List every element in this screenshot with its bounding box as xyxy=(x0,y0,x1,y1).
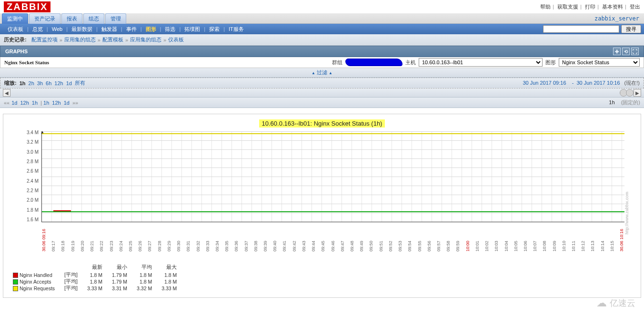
sub-tabs: 仪表板| 总览| Web| 最新数据| 触发器| 事件| 图形| 筛选| 拓墣图… xyxy=(0,24,644,34)
nav-fwd-1d[interactable]: 1d xyxy=(64,100,70,106)
x-tick: 09:19 xyxy=(70,229,75,252)
x-tick: 09:49 xyxy=(359,229,364,252)
x-tick: 09:22 xyxy=(99,229,104,252)
legend-row: Nginx Accepts [平均] 1.8 M1.79 M 1.8 M1.8 … xyxy=(11,278,186,285)
subtab-graphs[interactable]: 图形 xyxy=(142,26,160,33)
x-tick: 09:32 xyxy=(196,229,201,252)
x-tick: 09:21 xyxy=(90,229,94,252)
x-tick: 09:25 xyxy=(128,229,133,252)
print-link[interactable]: 打印 xyxy=(585,4,595,10)
series-requests xyxy=(42,133,624,134)
tab-reports[interactable]: 报表 xyxy=(61,13,82,24)
nav-back-12h[interactable]: 12h xyxy=(20,100,29,106)
group-label: 群组 xyxy=(332,59,342,66)
slider-left-icon[interactable]: ◀ xyxy=(3,89,10,97)
help-link[interactable]: 帮助 xyxy=(540,4,551,10)
subtab-web[interactable]: Web xyxy=(48,26,66,32)
search-button[interactable]: 搜寻 xyxy=(621,25,641,33)
tab-monitoring[interactable]: 监测中 xyxy=(2,13,28,24)
filter-selects: Nginx Socket Status 群组 主机 10.60.0.163--l… xyxy=(0,57,644,68)
zoom-all[interactable]: 所有 xyxy=(75,79,85,87)
fullscreen-icon[interactable]: ⛶ xyxy=(631,48,639,55)
subtab-screens[interactable]: 筛选 xyxy=(161,26,179,33)
x-tick: 09:43 xyxy=(302,229,306,252)
nav-back-1h[interactable]: 1h xyxy=(32,100,38,106)
subtab-dashboard[interactable]: 仪表板 xyxy=(4,26,27,33)
nav-fwd-12h[interactable]: 12h xyxy=(52,100,60,106)
chart-title: 10.60.0.163--lb01: Nginx Socket Status (… xyxy=(259,119,385,128)
zoom-2h[interactable]: 2h xyxy=(29,80,34,86)
x-tick: 09:54 xyxy=(407,229,412,252)
page-title: Nginx Socket Status xyxy=(4,59,49,65)
page-watermark: ☁ 亿速云 xyxy=(596,297,635,304)
tab-administration[interactable]: 管理 xyxy=(105,13,126,24)
subtab-discovery[interactable]: 探索 xyxy=(205,26,223,33)
chart-plot-area[interactable]: 3.4 M3.2 M 3.0 M2.8 M 2.6 M2.4 M 2.2 M2.… xyxy=(41,130,624,230)
x-tick: 09:38 xyxy=(253,229,258,252)
slider-track[interactable] xyxy=(11,89,620,96)
subtab-maps[interactable]: 拓墣图 xyxy=(181,26,204,33)
x-axis: 30.06 09:1609:1709:1809:1909:2009:2109:2… xyxy=(41,229,624,252)
x-tick: 30.06 10:16 xyxy=(619,229,624,252)
tab-inventory[interactable]: 资产记录 xyxy=(29,13,60,24)
subtab-latest[interactable]: 最新数据 xyxy=(68,26,96,33)
x-tick: 09:48 xyxy=(350,229,354,252)
y-axis: 3.4 M3.2 M 3.0 M2.8 M 2.6 M2.4 M 2.2 M2.… xyxy=(18,130,39,222)
x-tick: 09:41 xyxy=(282,229,287,252)
zoom-1d[interactable]: 1d xyxy=(66,80,72,86)
zoom-3h[interactable]: 3h xyxy=(37,80,43,86)
history-link[interactable]: 仪表板 xyxy=(168,36,184,43)
x-tick: 10:09 xyxy=(552,229,557,252)
x-tick: 10:06 xyxy=(523,229,528,252)
subtab-overview[interactable]: 总览 xyxy=(29,26,47,33)
slider-handle-icon[interactable] xyxy=(621,89,634,97)
nav-back-1d[interactable]: 1d xyxy=(11,100,17,106)
section-title: GRAPHS xyxy=(5,49,28,54)
subtab-itservices[interactable]: IT服务 xyxy=(225,26,248,33)
tab-configuration[interactable]: 组态 xyxy=(83,13,104,24)
search-input[interactable] xyxy=(543,25,619,33)
x-tick: 10:02 xyxy=(484,229,489,252)
nav-step-bar: «« 1d 12h 1h | 1h 12h 1d »» 1h (固定的) xyxy=(0,98,644,108)
x-tick: 09:26 xyxy=(138,229,142,252)
x-tick: 09:44 xyxy=(311,229,316,252)
x-tick: 09:24 xyxy=(119,229,123,252)
zoom-12h[interactable]: 12h xyxy=(54,80,63,86)
filter-toggle[interactable]: ▲ 过滤 ▲ xyxy=(312,69,332,75)
favorite-icon[interactable]: ✚ xyxy=(613,48,621,55)
section-header: GRAPHS ✚ ⟲ ⛶ xyxy=(0,46,644,57)
rewind-icon: «« xyxy=(4,100,10,106)
x-tick: 10:04 xyxy=(504,229,509,252)
support-link[interactable]: 获取支援 xyxy=(557,4,578,10)
group-select-redacted[interactable] xyxy=(345,59,402,66)
history-link[interactable]: 应用集的组态 xyxy=(64,36,96,43)
history-link[interactable]: 配置模板 xyxy=(102,36,123,43)
graph-select[interactable]: Nginx Socket Status xyxy=(559,58,640,67)
profile-link[interactable]: 基本资料 xyxy=(602,4,623,10)
zoom-bar: 缩放: 1h 2h 3h 6h 12h 1d 所有 30 Jun 2017 09… xyxy=(0,78,644,89)
legend-row: Nginx Handled [平均] 1.8 M1.79 M 1.8 M1.8 … xyxy=(11,272,186,278)
x-tick: 09:28 xyxy=(157,229,162,252)
host-select[interactable]: 10.60.0.163--lb01 xyxy=(419,58,543,67)
nav-fwd-1h[interactable]: 1h xyxy=(43,100,49,106)
history-label: 历史记录: xyxy=(4,36,27,43)
zoom-now: (现在!) xyxy=(624,80,640,86)
zoom-1h[interactable]: 1h xyxy=(20,80,26,86)
slider-right-icon[interactable]: ▶ xyxy=(634,89,641,97)
zoom-to[interactable]: 30 Jun 2017 10:16 xyxy=(576,80,620,86)
x-tick: 09:39 xyxy=(263,229,268,252)
legend-row: Nginx Requests [平均] 3.33 M3.31 M 3.32 M3… xyxy=(11,285,186,292)
x-tick: 10:08 xyxy=(542,229,547,252)
nav-fixed-label: (固定的) xyxy=(621,99,640,105)
x-tick: 09:18 xyxy=(60,229,65,252)
reset-icon[interactable]: ⟲ xyxy=(622,48,630,55)
x-tick: 09:58 xyxy=(446,229,451,252)
history-link[interactable]: 配置监控项 xyxy=(31,36,58,43)
logout-link[interactable]: 登出 xyxy=(630,4,640,10)
history-link[interactable]: 应用集的组态 xyxy=(130,36,161,43)
zoom-from[interactable]: 30 Jun 2017 09:16 xyxy=(523,80,566,86)
x-tick: 09:47 xyxy=(340,229,345,252)
zoom-6h[interactable]: 6h xyxy=(46,80,51,86)
subtab-triggers[interactable]: 触发器 xyxy=(98,26,121,33)
subtab-events[interactable]: 事件 xyxy=(122,26,141,33)
